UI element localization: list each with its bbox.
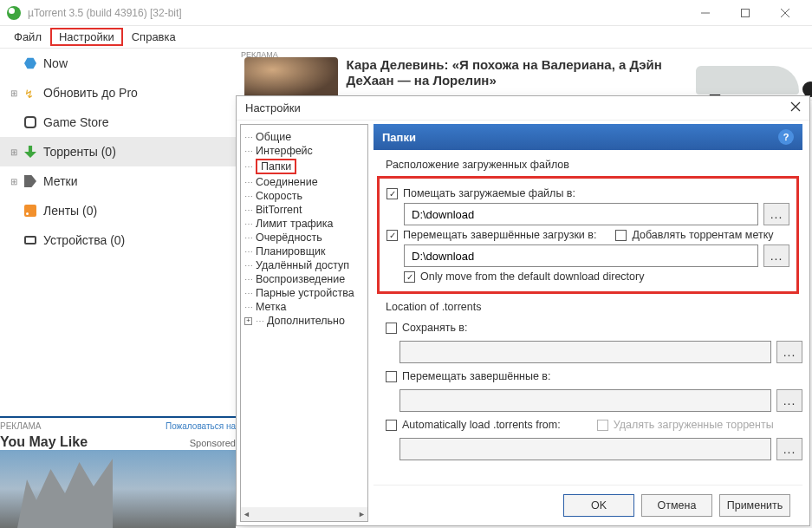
sidebar-item-feeds[interactable]: Ленты (0) (0, 196, 236, 225)
label-only-move: Only move from the default download dire… (420, 271, 644, 283)
ad-label: РЕКЛАМА (236, 49, 283, 61)
sidebar-item-label: Торренты (0) (43, 145, 116, 159)
now-icon (24, 57, 36, 69)
ad-label: РЕКЛАМА (0, 421, 41, 431)
yml-sponsored: Sponsored (190, 438, 236, 448)
tree-item-advanced[interactable]: +⋯Дополнительно (244, 314, 364, 328)
ad-complain-link[interactable]: Пожаловаться на (166, 421, 236, 431)
input-autoload-path (400, 438, 771, 460)
menu-help[interactable]: Справка (123, 28, 185, 46)
tree-item-general[interactable]: ⋯Общие (244, 130, 364, 144)
tree-item-interface[interactable]: ⋯Интерфейс (244, 144, 364, 158)
tree-item-label[interactable]: ⋯Метка (244, 300, 364, 314)
sidebar-item-torrents[interactable]: ⊞ Торренты (0) (0, 137, 236, 166)
top-ad[interactable]: Кара Делевинь: «Я похожа на Валериана, а… (236, 49, 812, 101)
browse-button[interactable]: ... (776, 438, 802, 460)
sidebar-item-upgrade[interactable]: ⊞ Обновить до Pro (0, 78, 236, 108)
browse-button[interactable]: ... (776, 341, 802, 363)
horizontal-scrollbar[interactable]: ◄► (241, 507, 367, 521)
rss-icon (24, 205, 36, 217)
sidebar: Now ⊞ Обновить до Pro Game Store ⊞ Торре… (0, 49, 236, 528)
expand-icon[interactable]: ⊞ (10, 177, 17, 186)
panel-header: Папки ? (374, 124, 802, 150)
close-button[interactable] (765, 0, 805, 26)
menu-bar: Файл Настройки Справка (0, 26, 812, 49)
sidebar-item-label: Обновить до Pro (43, 86, 138, 100)
tree-item-traffic[interactable]: ⋯Лимит трафика (244, 217, 364, 231)
tree-item-paired[interactable]: ⋯Парные устройства (244, 286, 364, 300)
sidebar-item-now[interactable]: Now (0, 49, 236, 78)
input-move-done-path[interactable] (404, 244, 758, 267)
minimize-button[interactable] (685, 0, 725, 26)
menu-file[interactable]: Файл (5, 28, 50, 46)
window-titlebar: µTorrent 3.5 (build 43916) [32-bit] (0, 0, 812, 26)
dialog-close-button[interactable] (790, 101, 801, 114)
sidebar-item-label: Метки (43, 174, 78, 188)
dialog-title: Настройки (245, 101, 301, 114)
label-move-done-t: Перемещать завершённые в: (402, 370, 550, 382)
label-move-done: Перемещать завершённые загрузки в: (403, 229, 596, 241)
ok-button[interactable]: OK (563, 494, 634, 517)
expand-icon[interactable]: ⊞ (10, 88, 17, 98)
help-icon[interactable]: ? (778, 129, 794, 145)
section-downloaded-files: Расположение загруженных файлов (386, 159, 802, 171)
checkbox-put-new[interactable] (387, 188, 398, 199)
checkbox-add-label[interactable] (615, 230, 627, 241)
input-store-path (400, 341, 771, 363)
sidebar-ad: РЕКЛАМА Пожаловаться на You May Like Spo… (0, 416, 236, 528)
browse-button[interactable]: ... (763, 203, 789, 225)
yml-title: You May Like (0, 434, 88, 450)
label-put-new: Помещать загружаемые файлы в: (403, 187, 575, 199)
download-icon (24, 146, 36, 158)
tree-item-scheduler[interactable]: ⋯Планировщик (244, 244, 364, 258)
bolt-icon (24, 87, 36, 99)
tree-item-queue[interactable]: ⋯Очерёдность (244, 231, 364, 244)
tree-item-remote[interactable]: ⋯Удалённый доступ (244, 258, 364, 272)
ad-person-image (244, 57, 338, 99)
sidebar-item-label: Now (43, 56, 68, 70)
checkbox-only-move[interactable] (404, 271, 415, 283)
sidebar-item-labels[interactable]: ⊞ Метки (0, 166, 236, 196)
ad-headline: Кара Делевинь: «Я похожа на Валериана, а… (347, 57, 683, 91)
checkbox-move-done[interactable] (387, 230, 398, 241)
tree-item-folders[interactable]: ⋯Папки (244, 158, 364, 175)
label-add-label: Добавлять торрентам метку (632, 229, 773, 241)
tree-item-bittorrent[interactable]: ⋯BitTorrent (244, 203, 364, 217)
sidebar-item-label: Ленты (0) (43, 204, 97, 218)
sidebar-item-gamestore[interactable]: Game Store (0, 108, 236, 137)
tree-item-playback[interactable]: ⋯Воспроизведение (244, 272, 364, 286)
utorrent-logo-icon (7, 6, 21, 20)
tree-item-connection[interactable]: ⋯Соединение (244, 175, 364, 189)
expand-icon[interactable]: ⊞ (10, 147, 17, 157)
plus-icon[interactable]: + (244, 317, 252, 325)
checkbox-move-done-t[interactable] (386, 371, 397, 382)
input-put-new-path[interactable] (404, 203, 758, 225)
tree-item-speed[interactable]: ⋯Скорость (244, 189, 364, 203)
browse-button[interactable]: ... (763, 244, 789, 267)
svg-rect-1 (742, 9, 750, 16)
input-move-done-t-path (400, 389, 771, 412)
ad-image[interactable] (0, 450, 236, 528)
apply-button[interactable]: Применить (719, 494, 790, 517)
ad-car-image (692, 57, 803, 99)
section-torrents-location: Location of .torrents (386, 301, 802, 313)
dialog-titlebar: Настройки (237, 96, 809, 121)
menu-settings[interactable]: Настройки (50, 28, 123, 46)
settings-tree: ⋯Общие ⋯Интерфейс ⋯Папки ⋯Соединение ⋯Ск… (240, 124, 368, 522)
browse-button[interactable]: ... (776, 389, 802, 412)
sidebar-item-label: Game Store (43, 115, 108, 129)
cancel-button[interactable]: Отмена (641, 494, 712, 517)
checkbox-autoload[interactable] (386, 420, 397, 431)
checkbox-store[interactable] (386, 323, 397, 334)
maximize-button[interactable] (725, 0, 765, 26)
sidebar-item-devices[interactable]: Устройства (0) (0, 225, 236, 255)
tag-icon (24, 175, 36, 187)
label-autoload: Automatically load .torrents from: (402, 419, 561, 431)
window-title: µTorrent 3.5 (build 43916) [32-bit] (28, 7, 182, 19)
device-icon (24, 236, 36, 244)
settings-dialog: Настройки ⋯Общие ⋯Интерфейс ⋯Папки ⋯Соед… (236, 95, 810, 526)
sidebar-item-label: Устройства (0) (43, 233, 125, 247)
checkbox-delete-loaded (597, 420, 608, 431)
gamepad-icon (24, 116, 36, 128)
label-store: Сохранять в: (402, 322, 468, 334)
